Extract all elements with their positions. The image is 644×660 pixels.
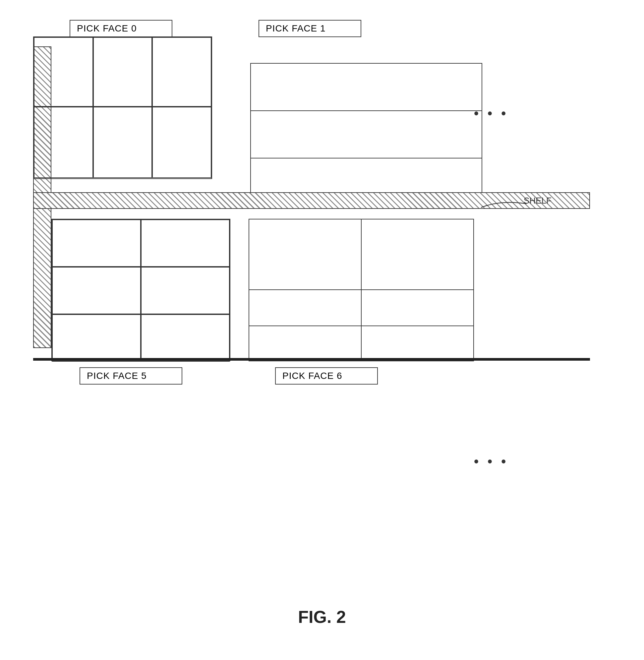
dots-bottom: • • • (474, 454, 508, 469)
pick-face-6-label: PICK FACE 6 (282, 371, 342, 381)
pf5-cell-2-2 (141, 267, 230, 314)
pick-face-1-area (250, 63, 482, 206)
pf6-cell-b22 (362, 326, 473, 362)
pf5-row-1 (52, 220, 230, 267)
pf1-rect-1 (251, 64, 482, 111)
pf6-bottom-row (249, 290, 473, 361)
pf5-cell-2-1 (52, 267, 141, 314)
pf0-row-1 (34, 37, 211, 107)
pf6-bottom-col-1 (249, 290, 362, 361)
pf0-cell-2-2 (93, 107, 153, 178)
pf5-cell-3-1 (52, 314, 141, 362)
pick-face-5-grid (51, 219, 230, 361)
pf6-cell-b21 (249, 326, 361, 362)
pf5-row-3 (52, 314, 230, 362)
pf0-row-2 (34, 107, 211, 178)
pf0-cell-2-1 (34, 107, 93, 178)
pf5-cell-1-1 (52, 220, 141, 267)
pick-face-0-label: PICK FACE 0 (77, 23, 137, 33)
pf5-cell-1-2 (141, 220, 230, 267)
pf0-cell-1-2 (93, 37, 153, 107)
figure-caption: FIG. 2 (298, 607, 346, 627)
pf5-row-2 (52, 267, 230, 314)
pf6-top-cell-1 (249, 220, 362, 289)
pick-face-5-label-box: PICK FACE 5 (79, 367, 182, 385)
diagram: PICK FACE 0 PICK FACE 1 • • • SHELF (33, 20, 613, 600)
pf6-top-row (249, 220, 473, 290)
pf5-cell-3-2 (141, 314, 230, 362)
pf6-cell-b11 (249, 290, 361, 326)
pick-face-0-grid (33, 37, 212, 179)
pick-face-1-label: PICK FACE 1 (266, 23, 326, 33)
pick-face-1-label-box: PICK FACE 1 (258, 20, 361, 37)
pick-face-6-grid (249, 219, 474, 361)
pick-face-5-label: PICK FACE 5 (87, 371, 147, 381)
pf6-cell-b12 (362, 290, 473, 326)
pf0-cell-1-3 (152, 37, 211, 107)
floor-line (33, 358, 590, 361)
pick-face-0-label-box: PICK FACE 0 (70, 20, 172, 37)
pf0-cell-2-3 (152, 107, 211, 178)
dots-top: • • • (474, 106, 508, 121)
pf1-rect-2 (251, 111, 482, 158)
shelf-callout-line (477, 198, 530, 209)
pf6-top-cell-2 (362, 220, 473, 289)
shelf-label: SHELF (524, 196, 552, 206)
pf6-bottom-col-2 (362, 290, 473, 361)
pick-face-6-label-box: PICK FACE 6 (275, 367, 378, 385)
pf0-cell-1-1 (34, 37, 93, 107)
